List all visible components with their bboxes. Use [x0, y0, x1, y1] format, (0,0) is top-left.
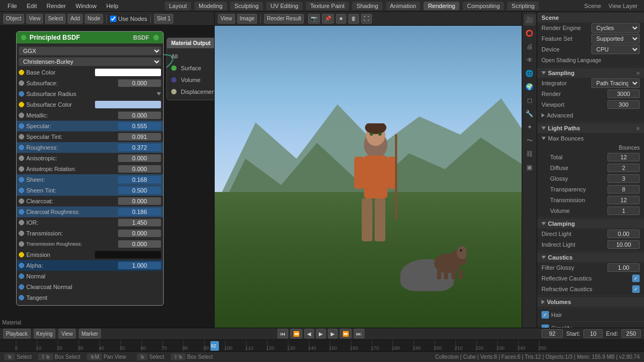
view-btn-timeline[interactable]: View — [58, 329, 76, 338]
side-icon-render[interactable]: ⭕ — [524, 27, 536, 39]
render-trash-btn[interactable]: 🗑 — [348, 14, 359, 24]
props-scene-header[interactable]: Scene — [537, 13, 644, 23]
props-clamping-header[interactable]: Clamping — [537, 219, 644, 228]
timeline-ruler[interactable]: 0 10 20 30 40 50 60 70 80 90 92 100 1 — [0, 340, 644, 351]
play-btn[interactable]: ▶ — [316, 329, 326, 338]
principled-bsdf-node[interactable]: Principled BSDF BSDF GGX Multiscatter GG… — [16, 31, 164, 306]
jump-end-btn[interactable]: ⏭ — [354, 329, 364, 338]
subsurface-input[interactable] — [118, 79, 161, 87]
diffuse-input[interactable] — [608, 164, 640, 172]
marker-btn[interactable]: Marker — [79, 329, 101, 338]
side-icon-output[interactable]: 🖨 — [524, 41, 536, 53]
menu-help[interactable]: Help — [102, 2, 123, 10]
metallic-input[interactable] — [118, 112, 161, 119]
end-frame-input[interactable] — [621, 329, 641, 338]
volume-input[interactable] — [608, 206, 640, 215]
ss-method-select[interactable]: Christensen-Burley Random Walk — [19, 57, 161, 66]
render-result-btn[interactable]: Render Result — [264, 14, 304, 24]
side-icon-world[interactable]: 🌍 — [524, 81, 536, 93]
aniso-rot-input[interactable] — [118, 165, 161, 173]
ws-animation[interactable]: Animation — [386, 2, 421, 10]
ws-scripting[interactable]: Scripting — [507, 2, 539, 10]
render-star-btn[interactable]: ★ — [336, 14, 346, 24]
bsdf-metallic-row[interactable]: Metallic: — [17, 110, 163, 121]
base-color-swatch[interactable] — [95, 69, 162, 76]
transmission-input[interactable] — [118, 230, 161, 237]
ws-rendering[interactable]: Rendering — [423, 2, 459, 10]
total-input[interactable] — [608, 153, 640, 161]
next-frame-btn[interactable]: ▶ — [328, 329, 338, 338]
lightpaths-settings-icon[interactable]: ≡ — [636, 125, 640, 131]
bsdf-normal-row[interactable]: Normal — [17, 271, 163, 282]
side-icon-physics[interactable]: 〜 — [524, 135, 536, 146]
simplify-toggle-row[interactable]: ✓ Simplify — [537, 323, 644, 328]
bsdf-clearcoat-row[interactable]: Clearcoat: — [17, 196, 163, 206]
side-icon-modifier[interactable]: 🔧 — [524, 108, 536, 120]
ws-uv[interactable]: UV Editing — [266, 2, 303, 10]
direct-light-input[interactable] — [608, 230, 640, 238]
hair-toggle-row[interactable]: ✓ Hair — [537, 309, 644, 320]
bsdf-ggx-row[interactable]: GGX Multiscatter GGX — [17, 46, 163, 56]
render-samples-input[interactable] — [608, 90, 640, 98]
mat-out-surface[interactable]: Surface — [167, 62, 214, 74]
next-keyframe-btn[interactable]: ⏩ — [340, 329, 352, 338]
side-icon-scene[interactable]: 🌐 — [524, 68, 536, 79]
bsdf-trans-rough-row[interactable]: Transmission Roughness: — [17, 239, 163, 249]
use-nodes-toggle[interactable]: Use Nodes — [110, 16, 147, 22]
bsdf-anisotropic-row[interactable]: Anisotropic: — [17, 153, 163, 164]
hair-checkbox[interactable]: ✓ — [541, 311, 549, 319]
bsdf-aniso-rot-row[interactable]: Anisotropic Rotation: — [17, 164, 163, 174]
roughness-input[interactable] — [118, 144, 161, 151]
use-nodes-checkbox[interactable] — [110, 16, 116, 22]
mat-out-displacement[interactable]: Displacement — [167, 86, 214, 98]
render-viewport[interactable] — [215, 26, 522, 328]
mat-out-all[interactable]: All — [167, 50, 214, 62]
spec-tint-input[interactable] — [118, 133, 161, 141]
ggx-select[interactable]: GGX Multiscatter GGX — [19, 47, 161, 55]
device-select[interactable]: CPU GPU Compute — [591, 45, 640, 54]
bsdf-cc-normal-row[interactable]: Clearcoat Normal — [17, 282, 163, 292]
props-volumes-header[interactable]: Volumes — [537, 297, 644, 307]
bsdf-ss-color-row[interactable]: Subsurface Color — [17, 99, 163, 110]
mat-out-volume[interactable]: Volume — [167, 74, 214, 86]
ior-input[interactable] — [118, 219, 161, 226]
jump-start-btn[interactable]: ⏮ — [277, 329, 288, 338]
current-frame-input[interactable] — [541, 329, 563, 338]
select-btn[interactable]: Select — [45, 14, 65, 24]
ws-layout[interactable]: Layout — [165, 2, 191, 10]
side-icon-data[interactable]: ▣ — [524, 161, 536, 173]
bsdf-specular-row[interactable]: Specular: — [17, 121, 163, 131]
sampling-settings-icon[interactable]: ≡ — [636, 70, 640, 76]
ss-radius-expand[interactable] — [157, 92, 161, 95]
alpha-input[interactable] — [118, 262, 161, 269]
keying-btn[interactable]: Keying — [34, 329, 56, 338]
advanced-row[interactable]: Advanced — [537, 110, 644, 121]
side-icon-object[interactable]: ◻ — [524, 94, 536, 106]
bsdf-sheen-tint-row[interactable]: Sheen Tint: — [17, 185, 163, 196]
node-btn[interactable]: Node — [85, 14, 103, 24]
clearcoat-input[interactable] — [118, 197, 161, 205]
playback-btn[interactable]: Playback — [3, 329, 31, 338]
ws-compositing[interactable]: Compositing — [463, 2, 504, 10]
render-pin-btn[interactable]: 📌 — [322, 14, 334, 24]
max-bounces-header-row[interactable]: Max Bounces — [537, 133, 644, 144]
bsdf-roughness-row[interactable]: Roughness: — [17, 142, 163, 153]
filter-glossy-input[interactable] — [608, 263, 640, 272]
render-image-btn[interactable]: Image — [237, 14, 258, 24]
prev-frame-btn[interactable]: ◀ — [304, 329, 314, 338]
ws-texture-paint[interactable]: Texture Paint — [306, 2, 349, 10]
sheen-input[interactable] — [118, 176, 161, 183]
bsdf-emission-row[interactable]: Emission — [17, 249, 163, 260]
side-icon-view[interactable]: 👁 — [524, 54, 536, 66]
transmission-bounce-input[interactable] — [608, 196, 640, 204]
ws-shading[interactable]: Shading — [352, 2, 382, 10]
transparency-input[interactable] — [608, 185, 640, 194]
bsdf-ss-radius-row[interactable]: Subsurface Radius — [17, 88, 163, 99]
render-icon-btn[interactable]: 📷 — [308, 14, 320, 24]
ws-modeling[interactable]: Modeling — [194, 2, 227, 10]
props-sampling-header[interactable]: Sampling ≡ — [537, 68, 644, 78]
sheen-tint-input[interactable] — [118, 187, 161, 194]
side-icon-camera[interactable]: 🎥 — [524, 14, 536, 26]
props-lightpaths-header[interactable]: Light Paths ≡ — [537, 123, 644, 133]
menu-edit[interactable]: Edit — [23, 2, 41, 10]
